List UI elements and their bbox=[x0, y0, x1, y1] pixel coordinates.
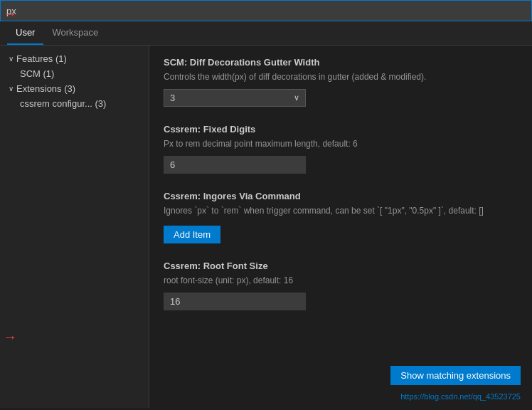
tab-user[interactable]: User bbox=[7, 21, 43, 45]
dropdown-arrow-icon: ∨ bbox=[294, 93, 299, 102]
sidebar-item-extensions[interactable]: ∨ Extensions (3) bbox=[0, 81, 149, 96]
setting-scm-diff-desc: Controls the width(px) of diff decoratio… bbox=[164, 70, 518, 83]
add-item-button[interactable]: Add Item bbox=[164, 226, 220, 243]
chevron-down-icon: ∨ bbox=[9, 55, 14, 63]
setting-cssrem-digits: Cssrem: Fixed Digits Px to rem decimal p… bbox=[164, 124, 518, 174]
setting-scm-diff: SCM: Diff Decorations Gutter Width Contr… bbox=[164, 57, 518, 107]
settings-content: SCM: Diff Decorations Gutter Width Contr… bbox=[149, 46, 532, 408]
arrow-top-indicator: → bbox=[3, 6, 17, 22]
setting-cssrem-root-font-desc: root font-size (unit: px), default: 16 bbox=[164, 274, 518, 287]
setting-cssrem-root-font-title: Cssrem: Root Font Size bbox=[164, 261, 518, 271]
setting-cssrem-digits-value: 6 bbox=[164, 156, 306, 174]
search-bar bbox=[0, 0, 532, 21]
tabs-bar: User Workspace bbox=[0, 21, 532, 46]
tab-workspace[interactable]: Workspace bbox=[43, 21, 107, 45]
sidebar-item-features[interactable]: ∨ Features (1) bbox=[0, 51, 149, 66]
chevron-down-icon-2: ∨ bbox=[9, 85, 14, 93]
setting-cssrem-ignores: Cssrem: Ingores Via Command Ignores `px`… bbox=[164, 191, 518, 243]
arrow-bottom-indicator: → bbox=[3, 329, 17, 345]
setting-cssrem-digits-desc: Px to rem decimal point maximum length, … bbox=[164, 137, 518, 150]
watermark-url: https://blog.csdn.net/qq_43523725 bbox=[400, 392, 521, 401]
setting-scm-diff-dropdown[interactable]: 3 ∨ bbox=[164, 89, 306, 107]
setting-cssrem-root-font-value: 16 bbox=[164, 293, 306, 310]
setting-cssrem-digits-title: Cssrem: Fixed Digits bbox=[164, 124, 518, 135]
main-layout: ∨ Features (1) SCM (1) ∨ Extensions (3) … bbox=[0, 46, 532, 408]
setting-cssrem-root-font: Cssrem: Root Font Size root font-size (u… bbox=[164, 261, 518, 310]
setting-cssrem-ignores-desc: Ignores `px` to `rem` when trigger comma… bbox=[164, 204, 518, 217]
show-matching-extensions-button[interactable]: Show matching extensions bbox=[390, 366, 521, 385]
sidebar-item-scm[interactable]: SCM (1) bbox=[0, 66, 149, 81]
sidebar-item-cssrem[interactable]: cssrem configur... (3) bbox=[0, 96, 149, 111]
setting-scm-diff-title: SCM: Diff Decorations Gutter Width bbox=[164, 57, 518, 68]
search-input[interactable] bbox=[6, 6, 526, 16]
setting-cssrem-ignores-title: Cssrem: Ingores Via Command bbox=[164, 191, 518, 201]
sidebar: ∨ Features (1) SCM (1) ∨ Extensions (3) … bbox=[0, 46, 149, 408]
